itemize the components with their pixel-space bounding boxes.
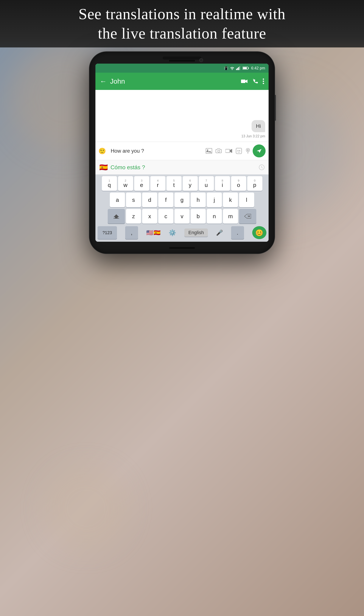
shift-key[interactable] — [108, 209, 125, 224]
key-m[interactable]: m — [223, 209, 238, 224]
flags-container[interactable]: 🇺🇸 🇪🇸 — [146, 229, 160, 236]
svg-rect-2 — [238, 67, 239, 70]
num-key[interactable]: ?123 — [98, 226, 117, 239]
wifi-icon — [230, 66, 235, 70]
svg-rect-15 — [236, 148, 242, 154]
translation-bar: 🇪🇸 Cómo estás ? — [95, 160, 269, 174]
key-i[interactable]: 8i — [215, 176, 230, 191]
key-n[interactable]: n — [207, 209, 222, 224]
key-w[interactable]: 2w — [118, 176, 133, 191]
sticker-icon[interactable] — [236, 148, 242, 154]
key-c[interactable]: c — [158, 209, 173, 224]
mic-button[interactable]: 🎤 — [216, 229, 223, 236]
vibrate-icon: 📳 — [224, 66, 228, 70]
input-area: 🙂 How are you ? — [95, 142, 269, 160]
key-p[interactable]: 0p — [247, 176, 262, 191]
period-key[interactable]: . — [231, 226, 244, 239]
gear-button[interactable]: ⚙️ — [169, 229, 176, 236]
status-time: 6:42 pm — [251, 66, 265, 70]
key-y[interactable]: 6y — [183, 176, 198, 191]
translated-text: Cómo estás ? — [110, 164, 256, 171]
banner-line1: See translations in realtime with — [79, 5, 286, 23]
message-text: Hi — [256, 123, 261, 129]
banner-text: See translations in realtime with the li… — [79, 4, 286, 43]
back-button[interactable]: ← — [100, 77, 107, 85]
key-r[interactable]: 4r — [150, 176, 165, 191]
status-bar: 📳 — [95, 64, 269, 73]
message-bubble: Hi — [252, 120, 265, 132]
key-j[interactable]: j — [207, 192, 222, 207]
camera-icon[interactable] — [216, 148, 222, 154]
front-camera — [199, 58, 203, 62]
key-row-numbers: 1q 2w 3e 4r 5t 6y 7u 8i 9o 0p — [96, 176, 268, 191]
contact-name: John — [110, 77, 238, 85]
bg-blur-3 — [43, 465, 129, 551]
key-b[interactable]: b — [191, 209, 206, 224]
video-call-icon[interactable] — [241, 79, 248, 84]
comma-key[interactable]: , — [125, 226, 138, 239]
phone-screen: 📳 — [95, 64, 269, 242]
key-f[interactable]: f — [158, 192, 173, 207]
english-button[interactable]: English — [184, 229, 208, 237]
svg-rect-14 — [225, 149, 230, 153]
backspace-key[interactable] — [239, 209, 256, 224]
svg-point-8 — [263, 79, 264, 80]
send-button[interactable] — [253, 144, 266, 157]
svg-rect-1 — [237, 68, 238, 70]
chat-area: Hi 13 Jun 3:22 pm — [95, 90, 269, 142]
clock-icon — [259, 164, 265, 170]
key-h[interactable]: h — [191, 192, 206, 207]
key-row-2: a s d f g h j k l — [96, 192, 268, 207]
svg-point-16 — [238, 150, 238, 151]
key-k[interactable]: k — [223, 192, 238, 207]
key-z[interactable]: z — [126, 209, 141, 224]
app-bar-icons — [241, 78, 264, 84]
key-o[interactable]: 9o — [231, 176, 246, 191]
battery-icon — [243, 66, 249, 70]
app-bar: ← John — [95, 73, 269, 90]
us-flag: 🇺🇸 — [146, 229, 153, 236]
emoji-icon: 😊 — [255, 229, 263, 236]
key-v[interactable]: v — [174, 209, 190, 224]
status-icons: 📳 — [224, 66, 265, 70]
speaker-top — [169, 60, 195, 62]
es-flag: 🇪🇸 — [154, 229, 160, 236]
key-u[interactable]: 7u — [199, 176, 214, 191]
key-q[interactable]: 1q — [102, 176, 117, 191]
banner-line2: the live translation feature — [98, 25, 266, 42]
key-x[interactable]: x — [142, 209, 157, 224]
svg-rect-5 — [248, 68, 249, 69]
key-l[interactable]: l — [239, 192, 254, 207]
location-icon[interactable] — [245, 148, 250, 154]
keyboard-bottom-row: ?123 , 🇺🇸 🇪🇸 ⚙️ English 🎤 . 😊 — [96, 225, 268, 241]
key-row-3: z x c v b n m — [96, 209, 268, 224]
key-t[interactable]: 5t — [167, 176, 182, 191]
translation-flag: 🇪🇸 — [99, 163, 108, 171]
key-g[interactable]: g — [174, 192, 190, 207]
send-icon — [256, 149, 262, 153]
key-d[interactable]: d — [142, 192, 157, 207]
phone-wrapper: 📳 — [85, 52, 279, 254]
svg-point-17 — [239, 150, 240, 151]
key-e[interactable]: 3e — [134, 176, 149, 191]
emoji-keyboard-button[interactable]: 😊 — [252, 226, 266, 239]
svg-rect-0 — [236, 69, 237, 70]
more-options-icon[interactable] — [262, 78, 264, 84]
key-s[interactable]: s — [126, 192, 141, 207]
image-icon[interactable] — [206, 148, 212, 154]
svg-point-19 — [247, 150, 248, 151]
key-a[interactable]: a — [110, 192, 125, 207]
svg-point-9 — [263, 81, 264, 82]
svg-point-10 — [263, 83, 264, 84]
input-icons — [206, 148, 250, 154]
message-time: 13 Jun 3:22 pm — [99, 134, 265, 138]
speaker-bottom — [169, 247, 195, 249]
top-banner: See translations in realtime with the li… — [0, 0, 364, 47]
video-icon[interactable] — [225, 149, 232, 153]
volume-buttons — [275, 95, 276, 121]
message-input[interactable]: How are you ? — [108, 146, 204, 156]
emoji-input-icon[interactable]: 🙂 — [98, 148, 106, 155]
svg-rect-3 — [239, 66, 240, 70]
phone-call-icon[interactable] — [252, 78, 258, 84]
svg-rect-6 — [243, 67, 247, 69]
